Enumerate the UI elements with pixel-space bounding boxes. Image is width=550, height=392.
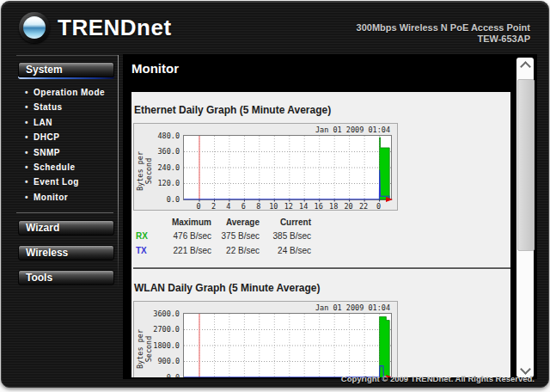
chart-plot xyxy=(183,313,392,377)
chevron-down-icon xyxy=(520,364,531,375)
sidebar-item-label: Operation Mode xyxy=(34,88,105,97)
page-title: Monitor xyxy=(131,61,179,76)
page: TRENDnet 300Mbps Wireless N PoE Access P… xyxy=(0,0,550,392)
sidebar-item-dhcp[interactable]: •DHCP xyxy=(25,130,122,144)
legend-value: 476 B/sec xyxy=(155,229,211,243)
sidebar-item-label: Status xyxy=(34,102,63,112)
content-panel: Ethernet Daily Graph (5 Minute Average)J… xyxy=(131,92,510,377)
legend-value: 22 B/sec xyxy=(211,243,260,258)
graph-ethernet: Jan 01 2009 01:04Bytes per Second480.036… xyxy=(133,123,398,211)
trendnet-logo: TRENDnet xyxy=(19,12,172,43)
sidebar-item-snmp[interactable]: •SNMP xyxy=(25,145,122,160)
series-name: TX xyxy=(136,243,155,258)
y-tick-label: 900.0 xyxy=(144,357,180,365)
y-tick-label: 3600.0 xyxy=(144,309,180,318)
legend-table: MaximumAverageCurrentRX476 B/sec375 B/se… xyxy=(136,216,311,258)
chart-plot xyxy=(183,135,392,200)
sidebar-item-lan[interactable]: •LAN xyxy=(25,115,122,130)
bullet-icon: • xyxy=(25,148,28,157)
sidebar-item-label: Monitor xyxy=(34,193,68,202)
sidebar-item-label: DHCP xyxy=(34,132,59,142)
product-name: 300Mbps Wireless N PoE Access Point xyxy=(357,22,530,34)
sidebar-section-wireless[interactable]: Wireless xyxy=(18,245,114,260)
sidebar-item-monitor[interactable]: •Monitor xyxy=(25,190,122,205)
y-tick-label: 0.0 xyxy=(144,373,180,378)
legend-value: 221 B/sec xyxy=(155,243,211,258)
graph-timestamp: Jan 01 2009 01:04 xyxy=(315,126,390,134)
sidebar-section-tools[interactable]: Tools xyxy=(18,270,114,285)
sidebar-item-label: LAN xyxy=(34,118,52,127)
graph-wlan: Jan 01 2009 01:04Bytes per Second3600.02… xyxy=(133,301,398,377)
bullet-icon: • xyxy=(25,118,28,127)
sidebar-section-system[interactable]: System xyxy=(18,62,114,77)
product-info: 300Mbps Wireless N PoE Access Point TEW-… xyxy=(357,22,530,45)
legend-row-tx: TX221 B/sec22 B/sec24 B/sec xyxy=(136,243,311,258)
sidebar-item-event-log[interactable]: •Event Log xyxy=(25,175,122,189)
bullet-icon: • xyxy=(25,88,28,97)
graph-timestamp: Jan 01 2009 01:04 xyxy=(315,303,390,312)
footer-copyright: Copyright © 2009 TRENDnet. All Rights Re… xyxy=(341,374,535,383)
legend-value: 24 B/sec xyxy=(260,243,311,258)
y-tick-label: 360.0 xyxy=(144,147,180,156)
legend-row-rx: RX476 B/sec375 B/sec385 B/sec xyxy=(136,229,311,243)
sidebar: System •Operation Mode•Status•LAN•DHCP•S… xyxy=(2,53,122,370)
sidebar-item-label: Event Log xyxy=(34,177,79,187)
model-number: TEW-653AP xyxy=(357,34,530,45)
tx-line xyxy=(184,170,389,199)
y-tick-label: 2700.0 xyxy=(144,325,180,334)
scrollbar[interactable] xyxy=(516,58,534,377)
wlan-graph-title: WLAN Daily Graph (5 Minute Average) xyxy=(133,270,510,301)
legend-header: Average xyxy=(211,216,260,229)
legend-value: 385 B/sec xyxy=(260,229,311,243)
bullet-icon: • xyxy=(25,102,28,112)
y-tick-label: 1800.0 xyxy=(144,341,180,350)
legend-header: Current xyxy=(260,216,311,229)
y-tick-label: 0.0 xyxy=(144,195,180,204)
x-tick-label: 0 xyxy=(370,202,388,211)
sidebar-item-label: SNMP xyxy=(34,148,60,157)
chevron-up-icon xyxy=(520,61,531,72)
sidebar-top-divider xyxy=(16,55,119,56)
scroll-thumb[interactable] xyxy=(517,79,535,251)
legend-value: 375 B/sec xyxy=(211,229,260,243)
sidebar-section-wizard[interactable]: Wizard xyxy=(18,220,114,236)
sidebar-divider xyxy=(16,212,113,213)
content-area: Monitor Ethernet Daily Graph (5 Minute A… xyxy=(123,54,537,379)
sidebar-item-operation-mode[interactable]: •Operation Mode xyxy=(25,85,122,100)
bullet-icon: • xyxy=(25,177,28,187)
app-window: TRENDnet 300Mbps Wireless N PoE Access P… xyxy=(1,1,549,388)
rx-area xyxy=(380,317,390,378)
brand-text: TRENDnet xyxy=(58,15,172,41)
y-tick-label: 240.0 xyxy=(144,163,180,172)
y-tick-label: 480.0 xyxy=(144,132,180,140)
ethernet-graph-title: Ethernet Daily Graph (5 Minute Average) xyxy=(133,92,510,123)
trendnet-globe-icon xyxy=(19,12,50,43)
bullet-icon: • xyxy=(25,132,28,142)
header: TRENDnet 300Mbps Wireless N PoE Access P… xyxy=(2,2,548,52)
sidebar-item-status[interactable]: •Status xyxy=(25,100,122,114)
chart-svg xyxy=(184,314,391,377)
scroll-up-button[interactable] xyxy=(516,58,534,71)
bullet-icon: • xyxy=(25,193,28,202)
legend-header: Maximum xyxy=(155,216,211,229)
system-menu: •Operation Mode•Status•LAN•DHCP•SNMP•Sch… xyxy=(25,85,122,205)
sidebar-item-label: Schedule xyxy=(34,162,75,172)
sidebar-content-separator xyxy=(118,55,119,289)
bullet-icon: • xyxy=(25,162,28,172)
series-name: RX xyxy=(136,229,155,243)
y-tick-label: 120.0 xyxy=(144,179,180,187)
sidebar-item-schedule[interactable]: •Schedule xyxy=(25,160,122,175)
chart-svg xyxy=(184,136,391,199)
rx-area xyxy=(380,138,390,199)
